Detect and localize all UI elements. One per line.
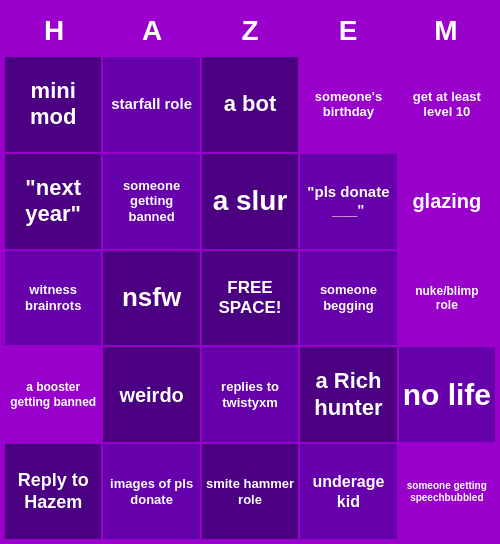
cell-5-2: images of pls donate xyxy=(103,444,199,539)
cell-4-5: no life xyxy=(399,347,495,442)
cell-5-1: Reply to Hazem xyxy=(5,444,101,539)
grid-row-4: a booster getting banned weirdo replies … xyxy=(5,347,495,442)
cell-5-5: someone getting speechbubbled xyxy=(399,444,495,539)
cell-3-3: FREE SPACE! xyxy=(202,251,298,346)
header-z: Z xyxy=(201,5,299,57)
header-e: E xyxy=(299,5,397,57)
cell-4-3: replies to twistyxm xyxy=(202,347,298,442)
grid-row-2: "next year" someone getting banned a slu… xyxy=(5,154,495,249)
cell-2-2: someone getting banned xyxy=(103,154,199,249)
cell-3-1: witness brainrots xyxy=(5,251,101,346)
cell-4-4: a Rich hunter xyxy=(300,347,396,442)
bingo-card: H A Z E M mini mod starfall role a bot s… xyxy=(5,5,495,539)
header-m: M xyxy=(397,5,495,57)
cell-4-1: a booster getting banned xyxy=(5,347,101,442)
cell-5-3: smite hammer role xyxy=(202,444,298,539)
cell-1-4: someone's birthday xyxy=(300,57,396,152)
grid-row-3: witness brainrots nsfw FREE SPACE! someo… xyxy=(5,251,495,346)
cell-4-2: weirdo xyxy=(103,347,199,442)
cell-3-5: nuke/blimp role xyxy=(399,251,495,346)
bingo-grid: mini mod starfall role a bot someone's b… xyxy=(5,57,495,539)
cell-2-3: a slur xyxy=(202,154,298,249)
header-h: H xyxy=(5,5,103,57)
cell-1-2: starfall role xyxy=(103,57,199,152)
cell-2-5: glazing xyxy=(399,154,495,249)
cell-2-1: "next year" xyxy=(5,154,101,249)
header-a: A xyxy=(103,5,201,57)
cell-1-5: get at least level 10 xyxy=(399,57,495,152)
cell-3-4: someone begging xyxy=(300,251,396,346)
cell-1-1: mini mod xyxy=(5,57,101,152)
cell-3-2: nsfw xyxy=(103,251,199,346)
cell-5-4: underage kid xyxy=(300,444,396,539)
cell-1-3: a bot xyxy=(202,57,298,152)
cell-2-4: "pls donate ___" xyxy=(300,154,396,249)
grid-row-5: Reply to Hazem images of pls donate smit… xyxy=(5,444,495,539)
header-row: H A Z E M xyxy=(5,5,495,57)
grid-row-1: mini mod starfall role a bot someone's b… xyxy=(5,57,495,152)
